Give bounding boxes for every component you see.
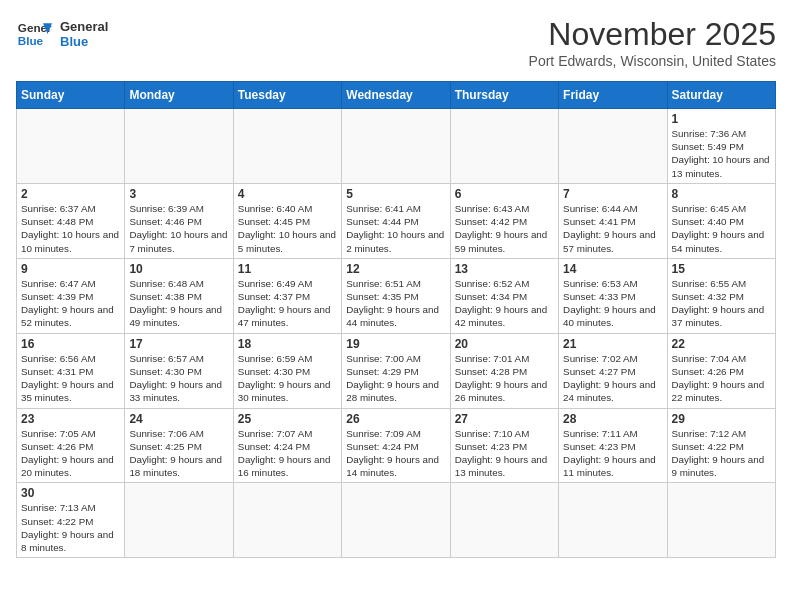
calendar-week-6: 30Sunrise: 7:13 AM Sunset: 4:22 PM Dayli… [17,483,776,558]
day-header-sunday: Sunday [17,82,125,109]
calendar-cell: 13Sunrise: 6:52 AM Sunset: 4:34 PM Dayli… [450,258,558,333]
calendar-cell: 10Sunrise: 6:48 AM Sunset: 4:38 PM Dayli… [125,258,233,333]
calendar-week-4: 16Sunrise: 6:56 AM Sunset: 4:31 PM Dayli… [17,333,776,408]
day-info: Sunrise: 6:53 AM Sunset: 4:33 PM Dayligh… [563,277,662,330]
day-info: Sunrise: 6:55 AM Sunset: 4:32 PM Dayligh… [672,277,771,330]
day-info: Sunrise: 7:02 AM Sunset: 4:27 PM Dayligh… [563,352,662,405]
day-number: 5 [346,187,445,201]
calendar: SundayMondayTuesdayWednesdayThursdayFrid… [16,81,776,558]
calendar-cell: 29Sunrise: 7:12 AM Sunset: 4:22 PM Dayli… [667,408,775,483]
logo: General Blue General Blue [16,16,108,52]
day-info: Sunrise: 6:57 AM Sunset: 4:30 PM Dayligh… [129,352,228,405]
svg-text:Blue: Blue [18,34,44,47]
calendar-cell [342,483,450,558]
day-info: Sunrise: 6:37 AM Sunset: 4:48 PM Dayligh… [21,202,120,255]
location-title: Port Edwards, Wisconsin, United States [529,53,776,69]
calendar-cell [233,109,341,184]
day-info: Sunrise: 6:59 AM Sunset: 4:30 PM Dayligh… [238,352,337,405]
calendar-cell: 8Sunrise: 6:45 AM Sunset: 4:40 PM Daylig… [667,183,775,258]
calendar-cell: 1Sunrise: 7:36 AM Sunset: 5:49 PM Daylig… [667,109,775,184]
calendar-cell: 9Sunrise: 6:47 AM Sunset: 4:39 PM Daylig… [17,258,125,333]
calendar-cell: 16Sunrise: 6:56 AM Sunset: 4:31 PM Dayli… [17,333,125,408]
day-header-monday: Monday [125,82,233,109]
day-number: 4 [238,187,337,201]
calendar-cell: 19Sunrise: 7:00 AM Sunset: 4:29 PM Dayli… [342,333,450,408]
day-number: 30 [21,486,120,500]
calendar-cell: 6Sunrise: 6:43 AM Sunset: 4:42 PM Daylig… [450,183,558,258]
calendar-cell: 25Sunrise: 7:07 AM Sunset: 4:24 PM Dayli… [233,408,341,483]
day-number: 9 [21,262,120,276]
calendar-cell: 3Sunrise: 6:39 AM Sunset: 4:46 PM Daylig… [125,183,233,258]
month-title: November 2025 [529,16,776,53]
calendar-cell: 20Sunrise: 7:01 AM Sunset: 4:28 PM Dayli… [450,333,558,408]
calendar-cell: 2Sunrise: 6:37 AM Sunset: 4:48 PM Daylig… [17,183,125,258]
day-number: 19 [346,337,445,351]
day-header-saturday: Saturday [667,82,775,109]
day-info: Sunrise: 7:36 AM Sunset: 5:49 PM Dayligh… [672,127,771,180]
day-number: 11 [238,262,337,276]
day-number: 23 [21,412,120,426]
day-info: Sunrise: 7:10 AM Sunset: 4:23 PM Dayligh… [455,427,554,480]
day-number: 6 [455,187,554,201]
calendar-cell [559,109,667,184]
calendar-cell [342,109,450,184]
day-info: Sunrise: 7:01 AM Sunset: 4:28 PM Dayligh… [455,352,554,405]
day-number: 3 [129,187,228,201]
day-number: 8 [672,187,771,201]
day-info: Sunrise: 6:49 AM Sunset: 4:37 PM Dayligh… [238,277,337,330]
day-header-tuesday: Tuesday [233,82,341,109]
day-info: Sunrise: 6:51 AM Sunset: 4:35 PM Dayligh… [346,277,445,330]
calendar-cell: 17Sunrise: 6:57 AM Sunset: 4:30 PM Dayli… [125,333,233,408]
day-number: 10 [129,262,228,276]
calendar-cell: 21Sunrise: 7:02 AM Sunset: 4:27 PM Dayli… [559,333,667,408]
day-number: 13 [455,262,554,276]
calendar-week-2: 2Sunrise: 6:37 AM Sunset: 4:48 PM Daylig… [17,183,776,258]
logo-blue: Blue [60,34,108,49]
calendar-cell [125,483,233,558]
day-info: Sunrise: 7:11 AM Sunset: 4:23 PM Dayligh… [563,427,662,480]
calendar-cell: 26Sunrise: 7:09 AM Sunset: 4:24 PM Dayli… [342,408,450,483]
day-number: 21 [563,337,662,351]
day-info: Sunrise: 6:41 AM Sunset: 4:44 PM Dayligh… [346,202,445,255]
day-number: 12 [346,262,445,276]
day-header-wednesday: Wednesday [342,82,450,109]
logo-general: General [60,19,108,34]
calendar-cell: 28Sunrise: 7:11 AM Sunset: 4:23 PM Dayli… [559,408,667,483]
calendar-cell: 15Sunrise: 6:55 AM Sunset: 4:32 PM Dayli… [667,258,775,333]
day-header-thursday: Thursday [450,82,558,109]
day-info: Sunrise: 6:43 AM Sunset: 4:42 PM Dayligh… [455,202,554,255]
day-number: 22 [672,337,771,351]
calendar-cell: 14Sunrise: 6:53 AM Sunset: 4:33 PM Dayli… [559,258,667,333]
day-info: Sunrise: 6:45 AM Sunset: 4:40 PM Dayligh… [672,202,771,255]
day-number: 14 [563,262,662,276]
calendar-week-3: 9Sunrise: 6:47 AM Sunset: 4:39 PM Daylig… [17,258,776,333]
day-number: 27 [455,412,554,426]
day-number: 29 [672,412,771,426]
day-info: Sunrise: 7:13 AM Sunset: 4:22 PM Dayligh… [21,501,120,554]
day-number: 28 [563,412,662,426]
day-info: Sunrise: 7:06 AM Sunset: 4:25 PM Dayligh… [129,427,228,480]
day-number: 17 [129,337,228,351]
day-number: 15 [672,262,771,276]
calendar-cell: 22Sunrise: 7:04 AM Sunset: 4:26 PM Dayli… [667,333,775,408]
calendar-cell [450,483,558,558]
day-number: 20 [455,337,554,351]
day-number: 2 [21,187,120,201]
calendar-cell [17,109,125,184]
day-info: Sunrise: 6:48 AM Sunset: 4:38 PM Dayligh… [129,277,228,330]
day-info: Sunrise: 6:39 AM Sunset: 4:46 PM Dayligh… [129,202,228,255]
day-info: Sunrise: 6:47 AM Sunset: 4:39 PM Dayligh… [21,277,120,330]
calendar-cell: 4Sunrise: 6:40 AM Sunset: 4:45 PM Daylig… [233,183,341,258]
day-info: Sunrise: 7:04 AM Sunset: 4:26 PM Dayligh… [672,352,771,405]
day-number: 24 [129,412,228,426]
day-number: 1 [672,112,771,126]
day-number: 16 [21,337,120,351]
calendar-cell: 7Sunrise: 6:44 AM Sunset: 4:41 PM Daylig… [559,183,667,258]
calendar-cell: 11Sunrise: 6:49 AM Sunset: 4:37 PM Dayli… [233,258,341,333]
day-info: Sunrise: 6:52 AM Sunset: 4:34 PM Dayligh… [455,277,554,330]
calendar-cell [233,483,341,558]
day-info: Sunrise: 6:56 AM Sunset: 4:31 PM Dayligh… [21,352,120,405]
calendar-cell [559,483,667,558]
calendar-cell: 23Sunrise: 7:05 AM Sunset: 4:26 PM Dayli… [17,408,125,483]
day-info: Sunrise: 7:00 AM Sunset: 4:29 PM Dayligh… [346,352,445,405]
